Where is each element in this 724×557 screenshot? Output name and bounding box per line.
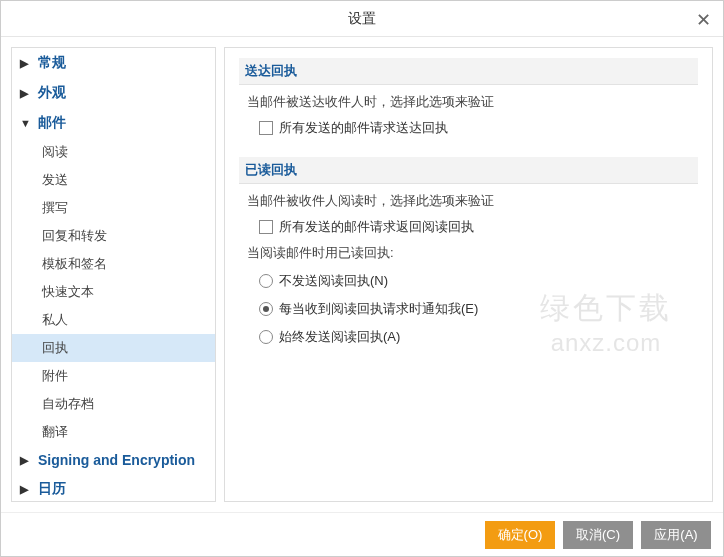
dialog-title: 设置 [348,10,376,28]
arrow-right-icon: ▶ [20,57,32,70]
cancel-button[interactable]: 取消(C) [563,521,633,549]
dialog-body: ▶ 常规 ▶ 外观 ▼ 邮件 阅读 发送 撰写 回复和转发 模板和签名 [1,37,723,512]
apply-button[interactable]: 应用(A) [641,521,711,549]
arrow-right-icon: ▶ [20,454,32,467]
radio-icon [259,274,273,288]
section-title-read: 已读回执 [239,157,698,184]
settings-dialog: 设置 ✕ ▶ 常规 ▶ 外观 ▼ 邮件 阅读 [0,0,724,557]
sidebar-item-compose[interactable]: 撰写 [12,194,215,222]
section-title-delivery: 送达回执 [239,58,698,85]
read-desc: 当邮件被收件人阅读时，选择此选项来验证 [247,192,690,210]
sidebar-section-general[interactable]: ▶ 常规 [12,48,215,78]
arrow-right-icon: ▶ [20,483,32,496]
read-subdesc: 当阅读邮件时用已读回执: [247,244,690,262]
sidebar-item-attachments[interactable]: 附件 [12,362,215,390]
sidebar-section-label: 日历 [38,480,66,498]
ok-button[interactable]: 确定(O) [485,521,555,549]
read-checkbox-label: 所有发送的邮件请求返回阅读回执 [279,218,474,236]
arrow-right-icon: ▶ [20,87,32,100]
titlebar: 设置 ✕ [1,1,723,37]
section-body-delivery: 当邮件被送达收件人时，选择此选项来验证 所有发送的邮件请求送达回执 [239,93,698,157]
sidebar-section-appearance[interactable]: ▶ 外观 [12,78,215,108]
content-panel: 送达回执 当邮件被送达收件人时，选择此选项来验证 所有发送的邮件请求送达回执 已… [224,47,713,502]
radio-never-send[interactable]: 不发送阅读回执(N) [259,272,690,290]
read-checkbox-row[interactable]: 所有发送的邮件请求返回阅读回执 [259,218,690,236]
checkbox-icon [259,220,273,234]
radio-label: 每当收到阅读回执请求时通知我(E) [279,300,478,318]
read-radio-group: 不发送阅读回执(N) 每当收到阅读回执请求时通知我(E) 始终发送阅读回执(A) [259,272,690,346]
sidebar-item-reply-forward[interactable]: 回复和转发 [12,222,215,250]
sidebar-section-label: 外观 [38,84,66,102]
sidebar-item-receipts[interactable]: 回执 [12,334,215,362]
radio-notify-me[interactable]: 每当收到阅读回执请求时通知我(E) [259,300,690,318]
delivery-checkbox-label: 所有发送的邮件请求送达回执 [279,119,448,137]
sidebar-section-label: Signing and Encryption [38,452,195,468]
sidebar: ▶ 常规 ▶ 外观 ▼ 邮件 阅读 发送 撰写 回复和转发 模板和签名 [11,47,216,502]
sidebar-section-signing[interactable]: ▶ Signing and Encryption [12,446,215,474]
close-icon[interactable]: ✕ [693,9,713,31]
radio-icon [259,330,273,344]
sidebar-item-read[interactable]: 阅读 [12,138,215,166]
radio-always-send[interactable]: 始终发送阅读回执(A) [259,328,690,346]
radio-icon [259,302,273,316]
sidebar-section-mail[interactable]: ▼ 邮件 [12,108,215,138]
sidebar-section-calendar[interactable]: ▶ 日历 [12,474,215,502]
arrow-down-icon: ▼ [20,117,32,129]
radio-label: 始终发送阅读回执(A) [279,328,400,346]
sidebar-item-quicktext[interactable]: 快速文本 [12,278,215,306]
delivery-checkbox-row[interactable]: 所有发送的邮件请求送达回执 [259,119,690,137]
delivery-desc: 当邮件被送达收件人时，选择此选项来验证 [247,93,690,111]
dialog-footer: 确定(O) 取消(C) 应用(A) [1,512,723,556]
sidebar-item-translate[interactable]: 翻译 [12,418,215,446]
radio-label: 不发送阅读回执(N) [279,272,388,290]
sidebar-item-private[interactable]: 私人 [12,306,215,334]
sidebar-section-label: 常规 [38,54,66,72]
checkbox-icon [259,121,273,135]
sidebar-item-send[interactable]: 发送 [12,166,215,194]
sidebar-item-autoarchive[interactable]: 自动存档 [12,390,215,418]
sidebar-item-templates[interactable]: 模板和签名 [12,250,215,278]
sidebar-section-label: 邮件 [38,114,66,132]
section-body-read: 当邮件被收件人阅读时，选择此选项来验证 所有发送的邮件请求返回阅读回执 当阅读邮… [239,192,698,368]
